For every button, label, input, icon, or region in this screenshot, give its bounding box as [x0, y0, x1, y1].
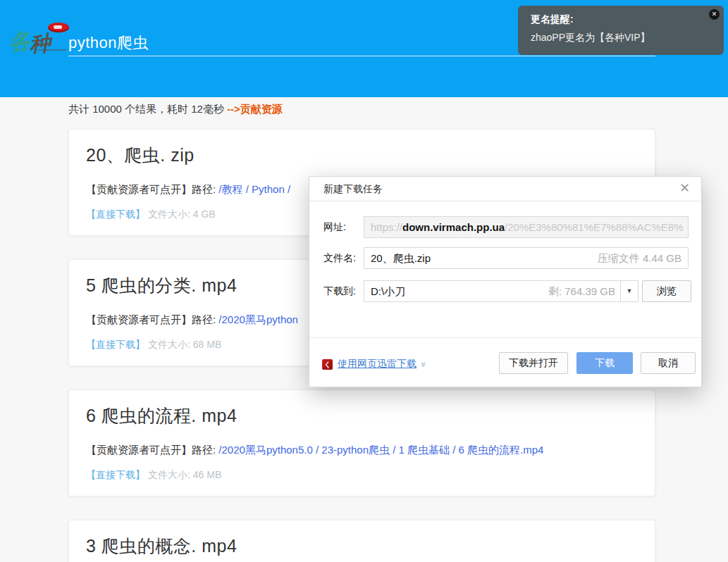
result-path-label: 【贡献资源者可点开】路径: [86, 444, 218, 456]
direct-download-link[interactable]: 【直接下载】 [86, 469, 145, 480]
thunder-expand-chevron-icon[interactable]: » [419, 361, 429, 366]
path-separator: / [313, 444, 322, 456]
save-path-label: 下载到: [323, 280, 356, 302]
search-input[interactable]: python爬虫 [68, 32, 149, 54]
path-separator: / [243, 183, 252, 195]
download-dialog: 新建下载任务 ✕ 网址: https://down.virmach.pp.ua/… [309, 176, 702, 387]
filename-value: 20、爬虫.zip [371, 248, 598, 268]
result-path: 【贡献资源者可点开】路径: /2020黑马python [86, 313, 298, 327]
file-size-text: 文件大小: 46 MB [148, 469, 221, 480]
result-card: 6 爬虫的流程. mp4 【贡献资源者可点开】路径: /2020黑马python… [68, 389, 655, 497]
search-underline [68, 56, 655, 56]
contribute-resources-link[interactable]: -->贡献资源 [227, 103, 283, 115]
result-title: 20、爬虫. zip [86, 144, 195, 167]
free-space-hint: 剩: 764.39 GB [548, 281, 620, 301]
file-size-text: 文件大小: 4 GB [148, 208, 216, 220]
filename-size-hint: 压缩文件 4.44 GB [598, 248, 681, 268]
logo-red-badge-icon [48, 23, 69, 32]
result-size-row: 【直接下载】文件大小: 68 MB [86, 339, 221, 351]
logo-char-2: 种 [29, 29, 52, 59]
toast-title: 更名提醒: [531, 13, 711, 26]
path-link[interactable]: /2020黑马python [218, 313, 298, 325]
path-link[interactable]: 1 爬虫基础 [399, 444, 450, 456]
path-link[interactable]: 23-python爬虫 [321, 444, 390, 456]
save-path-dropdown-icon[interactable]: ▼ [620, 281, 638, 301]
path-link[interactable]: Python [252, 183, 285, 195]
path-separator: / [450, 444, 459, 456]
site-logo[interactable]: 各 种 [7, 21, 69, 62]
direct-download-link[interactable]: 【直接下载】 [86, 339, 145, 350]
download-button[interactable]: 下载 [576, 352, 633, 374]
path-separator: / [390, 444, 399, 456]
dialog-title: 新建下载任务 [323, 183, 383, 196]
download-and-open-button[interactable]: 下载并打开 [499, 352, 568, 374]
thunder-icon: く [322, 359, 333, 370]
save-path-input[interactable]: D:\小刀 剩: 764.39 GB ▼ [364, 280, 638, 302]
cancel-button[interactable]: 取消 [641, 352, 696, 374]
path-link[interactable]: 6 爬虫的流程.mp4 [459, 444, 544, 456]
path-separator: / [285, 183, 290, 195]
dialog-close-icon[interactable]: ✕ [679, 180, 690, 196]
result-card: 3 爬虫的概念. mp4 【贡献资源者可点开】路径: 【直接下载】 [68, 520, 655, 562]
result-path: 【贡献资源者可点开】路径: /2020黑马python5.0 / 23-pyth… [86, 444, 543, 457]
browse-button[interactable]: 浏览 [642, 280, 691, 302]
filename-label: 文件名: [323, 247, 356, 269]
url-scheme: https:// [371, 221, 402, 233]
save-path-value: D:\小刀 [364, 281, 548, 301]
web-thunder-download-link[interactable]: 使用网页迅雷下载 [338, 358, 417, 370]
results-summary: 共计 10000 个结果，耗时 12毫秒 -->贡献资源 [68, 103, 283, 116]
logo-underline [38, 49, 66, 51]
result-title: 6 爬虫的流程. mp4 [86, 404, 237, 427]
toast-close-icon[interactable]: ✕ [709, 9, 720, 20]
url-input[interactable]: https://down.virmach.pp.ua/20%E3%80%81%E… [364, 216, 689, 238]
result-title: 3 爬虫的概念. mp4 [86, 535, 237, 558]
filename-input[interactable]: 20、爬虫.zip 压缩文件 4.44 GB [364, 247, 689, 269]
direct-download-link[interactable]: 【直接下载】 [86, 208, 145, 220]
thunder-row: く 使用网页迅雷下载 » [322, 358, 426, 370]
toast-body: zhaoPP更名为【各种VIP】 [531, 32, 711, 44]
path-link[interactable]: /教程 [218, 183, 242, 195]
results-summary-text: 共计 10000 个结果，耗时 12毫秒 [68, 103, 227, 115]
dialog-divider [309, 337, 701, 338]
result-path-label: 【贡献资源者可点开】路径: [86, 183, 218, 195]
url-path: /20%E3%80%81%E7%88%AC%E8% [505, 221, 683, 233]
url-host: down.virmach.pp.ua [402, 221, 505, 233]
url-label: 网址: [323, 216, 346, 238]
file-size-text: 文件大小: 68 MB [148, 339, 221, 350]
result-size-row: 【直接下载】文件大小: 4 GB [86, 208, 216, 221]
rename-toast: 更名提醒: zhaoPP更名为【各种VIP】 ✕ [518, 6, 724, 55]
result-path: 【贡献资源者可点开】路径: /教程 / Python / [86, 183, 290, 196]
path-link[interactable]: /2020黑马python5.0 [218, 444, 312, 456]
result-title: 5 爬虫的分类. mp4 [86, 274, 237, 297]
result-size-row: 【直接下载】文件大小: 46 MB [86, 469, 221, 482]
dialog-titlebar: 新建下载任务 ✕ [309, 177, 701, 201]
result-path-label: 【贡献资源者可点开】路径: [86, 313, 218, 325]
